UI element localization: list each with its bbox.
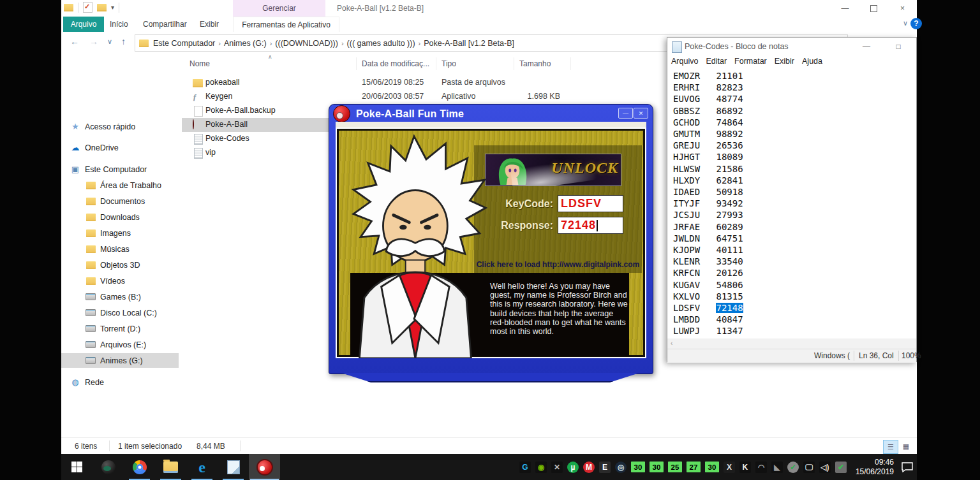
file-row-pokeaball[interactable]: pokeaball15/06/2019 08:25Pasta de arquiv… <box>179 76 587 90</box>
thumbnail-view-button[interactable]: ▦ <box>899 440 913 453</box>
breadcrumb-item[interactable]: Animes (G:) <box>221 39 270 48</box>
taskbar-app-notepad[interactable] <box>218 454 249 480</box>
logitech-icon[interactable]: G <box>519 462 531 473</box>
kaspersky-icon[interactable]: K <box>739 462 751 473</box>
breadcrumb-item[interactable]: ((( games adulto ))) <box>344 39 419 48</box>
mute-icon[interactable]: ◣ <box>771 462 783 473</box>
sidebar-item-label: Este Computador <box>85 165 147 174</box>
taskbar-app-explorer[interactable] <box>155 454 186 480</box>
unlock-panel: UNLOCK KeyCode: LDSFV Response: 72148 Cl… <box>474 145 642 273</box>
notepad-horizontal-scrollbar[interactable]: ‹ <box>667 338 916 349</box>
help-icon[interactable]: ? <box>910 18 922 29</box>
code-line: JCSJU 27993 <box>673 210 743 221</box>
tab-arquivo[interactable]: Arquivo <box>63 17 104 32</box>
tab-ferramentas-aplicativo[interactable]: Ferramentas de Aplicativo <box>233 17 339 33</box>
notepad-minimize-button[interactable]: — <box>852 38 880 55</box>
windows-logo-icon <box>71 462 82 472</box>
temperature-badge[interactable]: 30 <box>705 462 719 472</box>
file-name: Poke-A-Ball.backup <box>205 106 276 115</box>
scroll-left-icon[interactable]: ‹ <box>671 340 672 347</box>
menu-arquivo[interactable]: Arquivo <box>667 55 702 68</box>
sidebar-item-acesso-r-pido[interactable]: ★Acesso rápido <box>61 119 184 134</box>
dialog-minimize-button[interactable]: — <box>618 108 633 119</box>
new-folder-icon[interactable] <box>97 4 107 11</box>
sidebar-item-label: Imagens <box>100 229 131 238</box>
temperature-badge[interactable]: 30 <box>650 462 664 472</box>
desktop: ▾ Gerenciar Poke-A-Ball [v1.2 Beta-B] — … <box>61 0 917 480</box>
breadcrumb-item[interactable]: Este Computador <box>150 39 218 48</box>
code-line: KJOPW 40111 <box>673 245 743 256</box>
nvidia-icon[interactable]: ◉ <box>535 462 547 473</box>
menu-formatar[interactable]: Formatar <box>731 55 771 68</box>
start-button[interactable] <box>61 454 93 480</box>
address-folder-icon <box>139 40 149 47</box>
satellite-icon[interactable]: ◠ <box>755 462 767 473</box>
xna-icon[interactable]: X <box>724 462 735 473</box>
column-header-tamanho[interactable]: Tamanho <box>519 59 551 68</box>
column-header-tipo[interactable]: Tipo <box>442 59 456 68</box>
sidebar-item-onedrive[interactable]: ☁OneDrive <box>61 140 184 155</box>
forward-arrow-icon[interactable]: → <box>89 36 98 47</box>
file-type: Aplicativo <box>442 92 476 101</box>
taskbar-app-pokeaball[interactable] <box>249 454 280 480</box>
dialog-close-button[interactable]: ✕ <box>634 108 648 119</box>
code-key: GREJU <box>673 140 700 150</box>
epic-games-icon[interactable]: E <box>599 462 611 473</box>
taskbar-app-edge[interactable]: e <box>186 454 218 480</box>
column-header-nome[interactable]: Nome <box>189 59 210 68</box>
back-arrow-icon[interactable]: ← <box>70 36 79 47</box>
sidebar-item-label: Arquivos (E:) <box>100 340 146 349</box>
menu-ajuda[interactable]: Ajuda <box>798 55 826 68</box>
steam-icon[interactable]: ◎ <box>615 462 627 473</box>
breadcrumb-item[interactable]: (((DOWNLOAD))) <box>272 39 341 48</box>
customize-qat-icon[interactable]: ▾ <box>111 4 114 11</box>
restore-button[interactable] <box>859 0 888 17</box>
volume-icon[interactable]: ◁) <box>819 462 831 473</box>
taskbar-app-shareman[interactable] <box>93 454 124 480</box>
notepad-maximize-button[interactable]: □ <box>884 38 912 55</box>
folder-icon <box>85 276 96 286</box>
professor-birch-image <box>340 134 488 358</box>
close-button[interactable]: × <box>888 0 917 17</box>
notepad-text-area[interactable]: EMOZR 21101ERHRI 82823EUVOG 48774GBBSZ 8… <box>667 68 916 338</box>
code-value: 40847 <box>716 314 743 324</box>
temperature-badge[interactable]: 25 <box>668 462 682 472</box>
file-row-keygen[interactable]: ƒKeygen20/06/2003 08:57Aplicativo1.698 K… <box>179 90 587 104</box>
mega-icon[interactable]: M <box>583 462 595 473</box>
network-display-icon[interactable]: 🖵 <box>803 462 815 473</box>
minimize-button[interactable]: — <box>831 0 859 17</box>
temperature-badge[interactable]: 27 <box>687 462 701 472</box>
code-key: JWLDN <box>673 233 700 244</box>
code-value: 82823 <box>716 82 743 92</box>
sidebar-item-rede[interactable]: ◍Rede <box>61 375 184 389</box>
blank-file-icon <box>194 106 203 117</box>
backup-ok-icon[interactable]: ✔ <box>835 462 847 473</box>
taskbar-clock[interactable]: 09:46 15/06/2019 <box>856 458 894 477</box>
response-input[interactable]: 72148 <box>558 217 623 234</box>
digitalpink-link[interactable]: Click here to load http://www.digitalpin… <box>474 260 642 269</box>
up-arrow-icon[interactable]: ↑ <box>121 36 126 47</box>
sidebar-item-este-computador[interactable]: ▣Este Computador <box>61 162 184 177</box>
menu-exibir[interactable]: Exibir <box>771 55 798 68</box>
keycode-input[interactable]: LDSFV <box>558 195 623 212</box>
system-tray: G◉✕µME◎3030252730XK◠◣✓🖵◁)✔ <box>519 462 850 473</box>
tab-exibir[interactable]: Exibir <box>193 17 225 32</box>
drive-icon <box>85 292 96 302</box>
defender-icon[interactable]: ✓ <box>787 462 799 473</box>
column-header-data[interactable]: Data de modificaç... <box>362 59 429 68</box>
details-view-button[interactable]: ☰ <box>883 440 898 454</box>
xsplit-icon[interactable]: ✕ <box>551 462 563 473</box>
breadcrumb-item[interactable]: Poke-A-Ball [v1.2 Beta-B] <box>420 39 517 48</box>
manage-contextual-tab[interactable]: Gerenciar <box>233 0 325 17</box>
recent-locations-icon[interactable]: ∨ <box>107 38 112 46</box>
properties-icon[interactable] <box>83 2 93 13</box>
tab-inicio[interactable]: Início <box>103 17 135 32</box>
tab-compartilhar[interactable]: Compartilhar <box>137 17 193 32</box>
utorrent-icon[interactable]: µ <box>567 462 579 473</box>
action-center-button[interactable] <box>898 454 917 480</box>
ribbon-collapse-icon[interactable]: ∨ <box>903 19 908 27</box>
taskbar-app-chrome[interactable] <box>124 454 155 480</box>
temperature-badge[interactable]: 30 <box>631 462 645 472</box>
code-key: LMBDD <box>673 314 700 324</box>
menu-editar[interactable]: Editar <box>702 55 731 68</box>
